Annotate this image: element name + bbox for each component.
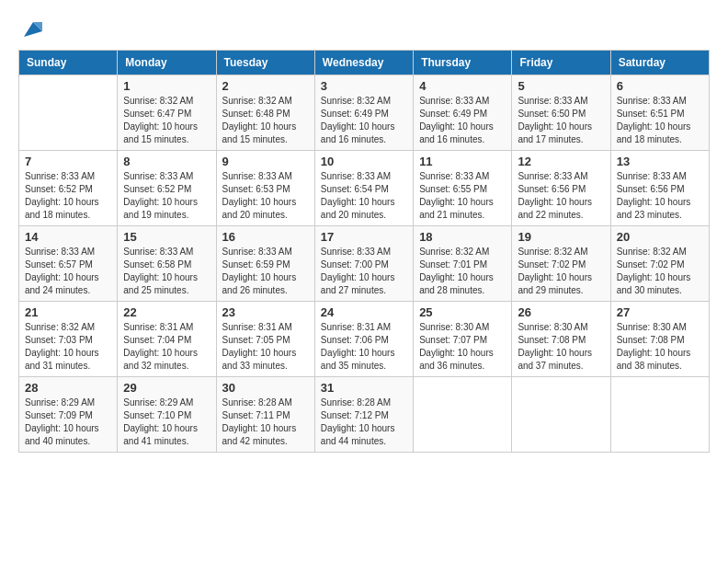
day-info: Sunrise: 8:33 AM Sunset: 6:57 PM Dayligh… bbox=[25, 246, 111, 297]
day-number: 21 bbox=[25, 305, 111, 319]
calendar-cell: 28Sunrise: 8:29 AM Sunset: 7:09 PM Dayli… bbox=[19, 377, 118, 453]
day-info: Sunrise: 8:33 AM Sunset: 6:55 PM Dayligh… bbox=[419, 170, 506, 222]
day-info: Sunrise: 8:33 AM Sunset: 6:49 PM Dayligh… bbox=[419, 95, 506, 146]
calendar-week-row: 28Sunrise: 8:29 AM Sunset: 7:09 PM Dayli… bbox=[19, 377, 710, 453]
day-number: 5 bbox=[518, 79, 604, 93]
column-header-tuesday: Tuesday bbox=[216, 51, 314, 75]
calendar-week-row: 1Sunrise: 8:32 AM Sunset: 6:47 PM Daylig… bbox=[19, 75, 710, 151]
day-number: 26 bbox=[518, 305, 604, 319]
calendar-cell: 4Sunrise: 8:33 AM Sunset: 6:49 PM Daylig… bbox=[414, 75, 512, 151]
day-info: Sunrise: 8:30 AM Sunset: 7:08 PM Dayligh… bbox=[617, 321, 703, 373]
calendar-cell: 12Sunrise: 8:33 AM Sunset: 6:56 PM Dayli… bbox=[512, 151, 610, 226]
day-info: Sunrise: 8:33 AM Sunset: 6:52 PM Dayligh… bbox=[25, 170, 111, 222]
calendar-cell: 15Sunrise: 8:33 AM Sunset: 6:58 PM Dayli… bbox=[118, 226, 216, 302]
day-number: 24 bbox=[321, 305, 407, 319]
calendar-cell: 26Sunrise: 8:30 AM Sunset: 7:08 PM Dayli… bbox=[512, 302, 610, 377]
calendar-cell: 19Sunrise: 8:32 AM Sunset: 7:02 PM Dayli… bbox=[512, 226, 610, 302]
column-header-saturday: Saturday bbox=[610, 51, 709, 75]
day-info: Sunrise: 8:33 AM Sunset: 6:53 PM Dayligh… bbox=[222, 170, 309, 222]
calendar-cell bbox=[512, 377, 610, 453]
day-info: Sunrise: 8:32 AM Sunset: 7:02 PM Dayligh… bbox=[518, 246, 604, 297]
calendar-week-row: 21Sunrise: 8:32 AM Sunset: 7:03 PM Dayli… bbox=[19, 302, 710, 377]
calendar-week-row: 7Sunrise: 8:33 AM Sunset: 6:52 PM Daylig… bbox=[19, 151, 710, 226]
calendar-cell: 22Sunrise: 8:31 AM Sunset: 7:04 PM Dayli… bbox=[118, 302, 216, 377]
day-info: Sunrise: 8:33 AM Sunset: 6:54 PM Dayligh… bbox=[321, 170, 407, 222]
day-number: 20 bbox=[617, 230, 703, 244]
calendar-cell: 6Sunrise: 8:33 AM Sunset: 6:51 PM Daylig… bbox=[610, 75, 709, 151]
day-info: Sunrise: 8:33 AM Sunset: 6:56 PM Dayligh… bbox=[617, 170, 703, 222]
calendar-cell: 3Sunrise: 8:32 AM Sunset: 6:49 PM Daylig… bbox=[314, 75, 413, 151]
calendar-cell: 25Sunrise: 8:30 AM Sunset: 7:07 PM Dayli… bbox=[414, 302, 512, 377]
day-info: Sunrise: 8:32 AM Sunset: 7:01 PM Dayligh… bbox=[419, 246, 506, 297]
calendar-cell: 31Sunrise: 8:28 AM Sunset: 7:12 PM Dayli… bbox=[314, 377, 413, 453]
page-header bbox=[18, 18, 710, 40]
calendar-week-row: 14Sunrise: 8:33 AM Sunset: 6:57 PM Dayli… bbox=[19, 226, 710, 302]
day-number: 23 bbox=[222, 305, 309, 319]
day-number: 2 bbox=[222, 79, 309, 93]
day-info: Sunrise: 8:29 AM Sunset: 7:10 PM Dayligh… bbox=[123, 396, 210, 448]
calendar-cell: 24Sunrise: 8:31 AM Sunset: 7:06 PM Dayli… bbox=[314, 302, 413, 377]
day-info: Sunrise: 8:33 AM Sunset: 7:00 PM Dayligh… bbox=[321, 246, 407, 297]
calendar-cell: 20Sunrise: 8:32 AM Sunset: 7:02 PM Dayli… bbox=[610, 226, 709, 302]
day-info: Sunrise: 8:31 AM Sunset: 7:06 PM Dayligh… bbox=[321, 321, 407, 373]
logo bbox=[18, 18, 42, 40]
calendar-cell: 5Sunrise: 8:33 AM Sunset: 6:50 PM Daylig… bbox=[512, 75, 610, 151]
day-info: Sunrise: 8:32 AM Sunset: 6:47 PM Dayligh… bbox=[123, 95, 210, 146]
day-info: Sunrise: 8:30 AM Sunset: 7:07 PM Dayligh… bbox=[419, 321, 506, 373]
day-number: 28 bbox=[25, 381, 111, 395]
column-header-wednesday: Wednesday bbox=[314, 51, 413, 75]
calendar-cell bbox=[414, 377, 512, 453]
day-info: Sunrise: 8:30 AM Sunset: 7:08 PM Dayligh… bbox=[518, 321, 604, 373]
day-number: 1 bbox=[123, 79, 210, 93]
calendar-cell: 7Sunrise: 8:33 AM Sunset: 6:52 PM Daylig… bbox=[19, 151, 118, 226]
calendar-cell: 27Sunrise: 8:30 AM Sunset: 7:08 PM Dayli… bbox=[610, 302, 709, 377]
day-info: Sunrise: 8:33 AM Sunset: 6:52 PM Dayligh… bbox=[123, 170, 210, 222]
calendar-cell: 11Sunrise: 8:33 AM Sunset: 6:55 PM Dayli… bbox=[414, 151, 512, 226]
day-number: 30 bbox=[222, 381, 309, 395]
day-info: Sunrise: 8:28 AM Sunset: 7:11 PM Dayligh… bbox=[222, 396, 309, 448]
day-info: Sunrise: 8:33 AM Sunset: 6:58 PM Dayligh… bbox=[123, 246, 210, 297]
calendar-cell bbox=[610, 377, 709, 453]
day-info: Sunrise: 8:32 AM Sunset: 7:03 PM Dayligh… bbox=[25, 321, 111, 373]
day-number: 22 bbox=[123, 305, 210, 319]
calendar-cell: 13Sunrise: 8:33 AM Sunset: 6:56 PM Dayli… bbox=[610, 151, 709, 226]
day-number: 19 bbox=[518, 230, 604, 244]
column-header-thursday: Thursday bbox=[414, 51, 512, 75]
calendar-cell: 14Sunrise: 8:33 AM Sunset: 6:57 PM Dayli… bbox=[19, 226, 118, 302]
day-number: 18 bbox=[419, 230, 506, 244]
day-info: Sunrise: 8:31 AM Sunset: 7:04 PM Dayligh… bbox=[123, 321, 210, 373]
day-number: 9 bbox=[222, 155, 309, 168]
calendar-cell: 18Sunrise: 8:32 AM Sunset: 7:01 PM Dayli… bbox=[414, 226, 512, 302]
day-number: 10 bbox=[321, 155, 407, 168]
calendar-cell: 21Sunrise: 8:32 AM Sunset: 7:03 PM Dayli… bbox=[19, 302, 118, 377]
day-number: 4 bbox=[419, 79, 506, 93]
calendar-cell: 10Sunrise: 8:33 AM Sunset: 6:54 PM Dayli… bbox=[314, 151, 413, 226]
calendar-cell: 17Sunrise: 8:33 AM Sunset: 7:00 PM Dayli… bbox=[314, 226, 413, 302]
day-number: 15 bbox=[123, 230, 210, 244]
calendar-table: SundayMondayTuesdayWednesdayThursdayFrid… bbox=[18, 50, 710, 453]
day-number: 11 bbox=[419, 155, 506, 168]
calendar-cell: 30Sunrise: 8:28 AM Sunset: 7:11 PM Dayli… bbox=[216, 377, 314, 453]
day-number: 8 bbox=[123, 155, 210, 168]
day-number: 25 bbox=[419, 305, 506, 319]
day-number: 17 bbox=[321, 230, 407, 244]
column-header-sunday: Sunday bbox=[19, 51, 118, 75]
calendar-cell: 16Sunrise: 8:33 AM Sunset: 6:59 PM Dayli… bbox=[216, 226, 314, 302]
day-number: 29 bbox=[123, 381, 210, 395]
day-info: Sunrise: 8:33 AM Sunset: 6:50 PM Dayligh… bbox=[518, 95, 604, 146]
calendar-cell: 2Sunrise: 8:32 AM Sunset: 6:48 PM Daylig… bbox=[216, 75, 314, 151]
calendar-cell: 23Sunrise: 8:31 AM Sunset: 7:05 PM Dayli… bbox=[216, 302, 314, 377]
day-info: Sunrise: 8:32 AM Sunset: 6:49 PM Dayligh… bbox=[321, 95, 407, 146]
calendar-cell bbox=[19, 75, 118, 151]
calendar-cell: 29Sunrise: 8:29 AM Sunset: 7:10 PM Dayli… bbox=[118, 377, 216, 453]
day-number: 31 bbox=[321, 381, 407, 395]
day-number: 7 bbox=[25, 155, 111, 168]
day-info: Sunrise: 8:32 AM Sunset: 7:02 PM Dayligh… bbox=[617, 246, 703, 297]
column-header-friday: Friday bbox=[512, 51, 610, 75]
day-info: Sunrise: 8:31 AM Sunset: 7:05 PM Dayligh… bbox=[222, 321, 309, 373]
calendar-cell: 1Sunrise: 8:32 AM Sunset: 6:47 PM Daylig… bbox=[118, 75, 216, 151]
calendar-header-row: SundayMondayTuesdayWednesdayThursdayFrid… bbox=[19, 51, 710, 75]
logo-icon bbox=[20, 18, 42, 40]
day-info: Sunrise: 8:33 AM Sunset: 6:56 PM Dayligh… bbox=[518, 170, 604, 222]
day-info: Sunrise: 8:28 AM Sunset: 7:12 PM Dayligh… bbox=[321, 396, 407, 448]
